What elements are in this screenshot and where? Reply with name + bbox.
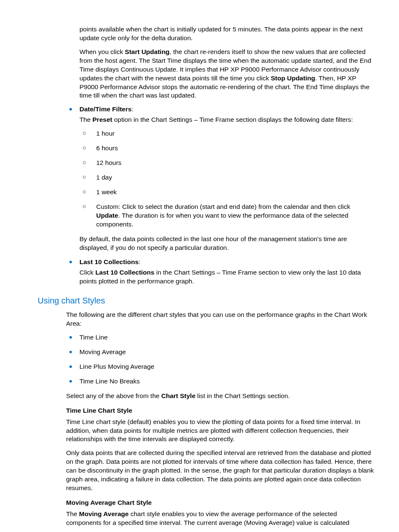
style-moving-average: Moving Average xyxy=(66,348,374,357)
preset-label: Preset xyxy=(92,116,112,123)
primary-list: Date/Time Filters: The Preset option in … xyxy=(66,105,374,286)
filter-custom: Custom: Click to select the duration (st… xyxy=(79,203,374,229)
timeline-subhead: Time Line Chart Style xyxy=(66,406,374,415)
stop-updating-label: Stop Updating xyxy=(271,75,315,82)
chart-styles-body: The following are the different chart st… xyxy=(66,311,374,527)
list-item-last-10: Last 10 Collections: Click Last 10 Colle… xyxy=(66,258,374,286)
filters-list-wrap: Date/Time Filters: The Preset option in … xyxy=(66,105,374,286)
list-item-date-time-filters: Date/Time Filters: The Preset option in … xyxy=(66,105,374,252)
last-10-collections-label: Last 10 Collections xyxy=(95,269,154,276)
chart-style-list: Time Line Moving Average Line Plus Movin… xyxy=(66,333,374,386)
moving-avg-subhead: Moving Average Chart Style xyxy=(66,499,374,507)
timeline-p2: Only data points that are collected duri… xyxy=(66,449,374,493)
date-time-filters-title: Date/Time Filters xyxy=(79,105,132,113)
filter-12-hours: 12 hours xyxy=(79,159,374,167)
timeline-p1: Time Line chart style (default) enables … xyxy=(66,418,374,444)
select-style-text: Select any of the above from the Chart S… xyxy=(66,392,374,401)
filter-1-hour: 1 hour xyxy=(79,129,374,138)
moving-avg-p1: The Moving Average chart style enables y… xyxy=(66,510,374,527)
date-time-intro: The Preset option in the Chart Settings … xyxy=(79,116,374,124)
styles-intro: The following are the different chart st… xyxy=(66,311,374,328)
filter-1-day: 1 day xyxy=(79,173,374,182)
date-filter-options: 1 hour 6 hours 12 hours 1 day 1 week Cus… xyxy=(79,129,374,229)
doc-page: points available when the chart is initi… xyxy=(0,0,399,532)
last-10-title: Last 10 Collections xyxy=(79,258,138,265)
start-updating-label: Start Updating xyxy=(125,48,170,55)
chart-style-label: Chart Style xyxy=(161,392,195,399)
intro-para-1: points available when the chart is initi… xyxy=(79,25,374,43)
style-line-plus-moving-average: Line Plus Moving Average xyxy=(66,362,374,371)
style-time-line: Time Line xyxy=(66,333,374,342)
date-time-outro: By default, the data points collected in… xyxy=(79,235,374,252)
filter-1-week: 1 week xyxy=(79,188,374,197)
update-label: Update xyxy=(96,212,118,219)
using-chart-styles-heading: Using chart Styles xyxy=(38,295,374,306)
last-10-body: Click Last 10 Collections in the Chart S… xyxy=(79,268,374,286)
intro-para-2: When you click Start Updating, the chart… xyxy=(79,48,374,100)
moving-average-label: Moving Average xyxy=(79,510,129,517)
intro-block: points available when the chart is initi… xyxy=(79,25,374,100)
filter-6-hours: 6 hours xyxy=(79,144,374,153)
style-time-line-no-breaks: Time Line No Breaks xyxy=(66,377,374,386)
